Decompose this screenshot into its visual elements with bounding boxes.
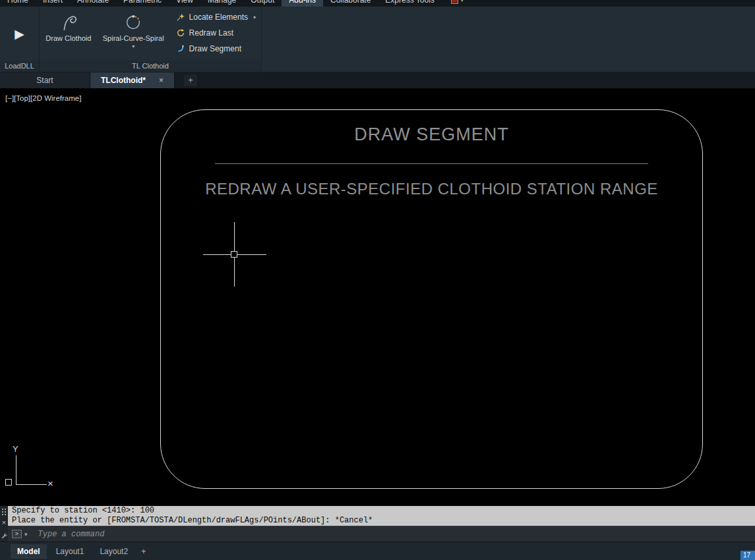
file-tab-tlclothoid[interactable]: TLClothoid* × [90, 72, 175, 88]
loaddll-run-button[interactable]: ▶ [15, 28, 24, 40]
locate-elements-label: Locate Elements [189, 13, 248, 22]
panel-label-loaddll: LoadDLL [0, 61, 39, 72]
overlay-title: DRAW SEGMENT [161, 125, 702, 145]
ucs-origin-box [5, 479, 12, 486]
locate-elements-button[interactable]: Locate Elements ▾ [173, 9, 258, 25]
ribbon-panel-tl-clothoid: Draw Clothoid Spiral-Curve-Spiral ▾ [40, 7, 262, 72]
command-history-line: Place the entity or [FROMSTA/TOSTA/DLeng… [12, 516, 755, 526]
viewport-visualstyle-control[interactable]: [2D Wireframe] [30, 94, 81, 102]
command-input-row: > ▾ [8, 526, 755, 542]
redraw-last-button[interactable]: Redraw Last [173, 25, 258, 41]
chevron-down-icon: ▾ [461, 0, 464, 3]
autocad-window: Home Insert Annotate Parametric View Man… [0, 0, 755, 560]
draw-segment-button[interactable]: Draw Segment [173, 41, 258, 57]
new-layout-button[interactable]: + [137, 544, 150, 559]
ribbon-extra-menu[interactable]: ▾ [451, 0, 464, 4]
layout1-tab[interactable]: Layout1 [49, 544, 91, 559]
command-dock-main: Specify to station <1410>: 100 Place the… [8, 506, 755, 542]
status-bar: Model Layout1 Layout2 + 17 [0, 542, 755, 560]
command-close-button[interactable]: × [2, 519, 6, 526]
command-history-line: Specify to station <1410>: 100 [12, 506, 755, 516]
panel-label-tl-clothoid: TL Clothoid [40, 61, 261, 72]
draw-clothoid-button[interactable]: Draw Clothoid [40, 7, 98, 61]
draw-clothoid-label: Draw Clothoid [45, 34, 91, 42]
file-tab-bar: Start TLClothoid* × + [0, 72, 755, 88]
command-dock-left-rail: × [0, 506, 8, 542]
ribbon-tab-collaborate[interactable]: Collaborate [323, 0, 378, 7]
clothoid-spiral-icon [59, 11, 78, 34]
ribbon-panel-loaddll: ▶ LoadDLL [0, 7, 40, 72]
featured-apps-icon [451, 0, 458, 4]
viewport-controls: [−] [Top] [2D Wireframe] [5, 94, 81, 102]
tl-clothoid-small-buttons: Locate Elements ▾ Redraw Last [169, 7, 261, 61]
ribbon-tab-express-tools[interactable]: Express Tools [378, 0, 441, 7]
layout2-tab[interactable]: Layout2 [93, 544, 135, 559]
overlay-divider [215, 163, 648, 164]
overlay-subtitle: REDRAW A USER-SPECIFIED CLOTHOID STATION… [161, 180, 702, 198]
spiral-curve-spiral-label: Spiral-Curve-Spiral [103, 34, 164, 42]
redraw-last-label: Redraw Last [189, 28, 233, 38]
ucs-icon: Y × [4, 444, 67, 491]
recent-commands-dropdown-icon[interactable]: ▾ [24, 531, 28, 538]
ribbon: ▶ LoadDLL Draw Clothoid [0, 7, 755, 72]
ribbon-tab-home[interactable]: Home [0, 0, 36, 7]
ribbon-tab-parametric[interactable]: Parametric [116, 0, 169, 7]
status-tray-badge[interactable]: 17 [740, 551, 755, 560]
draw-segment-label: Draw Segment [189, 44, 241, 53]
command-customize-button[interactable] [1, 532, 8, 540]
command-dock: × Specify to station <1410>: 100 Place t… [0, 506, 755, 542]
ribbon-tab-output[interactable]: Output [243, 0, 282, 7]
draw-segment-icon [176, 44, 185, 53]
tab-close-icon[interactable]: × [159, 76, 164, 84]
file-tab-tlclothoid-label: TLClothoid* [101, 76, 146, 85]
ucs-x-label: × [47, 478, 53, 489]
locate-elements-icon [176, 13, 185, 22]
ribbon-tab-insert[interactable]: Insert [36, 0, 70, 7]
crosshair-pickbox [231, 251, 237, 258]
ribbon-tab-add-ins[interactable]: Add-ins [282, 0, 323, 7]
ucs-x-axis-line [16, 484, 47, 485]
plugin-overlay-box: DRAW SEGMENT REDRAW A USER-SPECIFIED CLO… [160, 109, 703, 489]
command-prompt-icon: > [12, 530, 22, 538]
chevron-down-icon: ▾ [253, 14, 256, 20]
spiral-curve-spiral-icon [123, 11, 143, 34]
model-tab[interactable]: Model [11, 544, 47, 559]
chevron-down-icon[interactable]: ▾ [132, 43, 135, 49]
drawing-area[interactable]: [−] [Top] [2D Wireframe] DRAW SEGMENT RE… [0, 88, 755, 506]
command-drag-grip[interactable] [1, 508, 7, 516]
viewport-collapse-control[interactable]: [−] [5, 94, 14, 102]
command-input[interactable] [38, 530, 755, 539]
spiral-curve-spiral-button[interactable]: Spiral-Curve-Spiral ▾ [98, 7, 169, 61]
viewport-view-control[interactable]: [Top] [14, 94, 30, 102]
file-tab-start-label: Start [36, 76, 53, 85]
new-drawing-tab-button[interactable]: + [184, 74, 197, 86]
wrench-icon [1, 532, 8, 540]
ribbon-tab-view[interactable]: View [169, 0, 200, 7]
command-history: Specify to station <1410>: 100 Place the… [8, 506, 755, 526]
ucs-y-axis-line [16, 455, 16, 484]
redraw-last-icon [176, 28, 185, 38]
ribbon-tab-bar: Home Insert Annotate Parametric View Man… [0, 0, 755, 7]
ucs-y-label: Y [13, 444, 18, 454]
ribbon-tab-manage[interactable]: Manage [200, 0, 243, 7]
ribbon-tab-annotate[interactable]: Annotate [70, 0, 116, 7]
file-tab-start[interactable]: Start [0, 72, 90, 88]
ribbon-empty-area [262, 7, 755, 72]
